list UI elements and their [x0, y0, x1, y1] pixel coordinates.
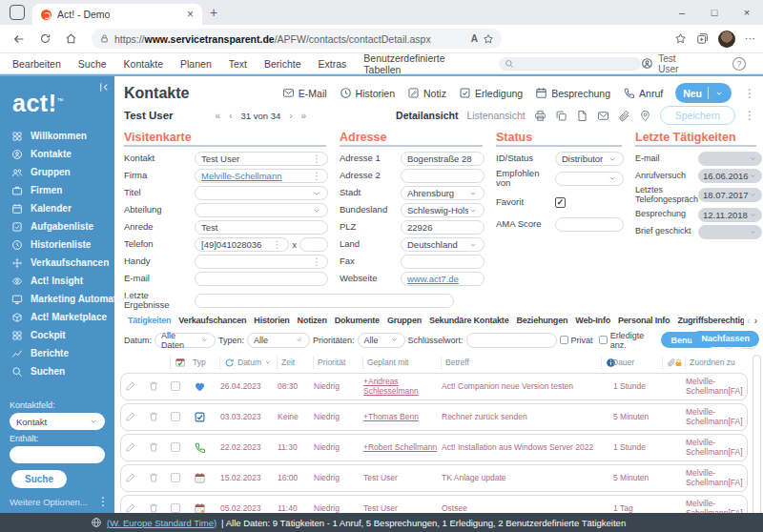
sidebar-search-button[interactable]: Suche [11, 470, 67, 488]
field-menu-icon[interactable]: ⋮ [312, 256, 321, 267]
menu-text[interactable]: Text [220, 58, 256, 70]
anrede-field[interactable] [195, 220, 328, 235]
kontakt-field[interactable]: ⋮ [195, 152, 328, 166]
firma-link[interactable]: Melville-Schellmann [201, 171, 281, 181]
contains-input[interactable] [16, 450, 98, 460]
empfohlen-von-select[interactable] [555, 172, 624, 186]
tab-historien[interactable]: Historien [250, 316, 293, 325]
header-overflow-icon[interactable]: ⋮ [744, 87, 755, 100]
col-geplant-mit[interactable]: Geplant mit [362, 357, 441, 369]
contains-field[interactable] [10, 446, 105, 463]
activity-row[interactable]: 22.02.2023 11:30 Niedrig +Robert Schellm… [120, 434, 748, 461]
new-tab-button[interactable]: + [210, 5, 217, 20]
help-icon[interactable]: ? [732, 57, 746, 71]
menu-extras[interactable]: Extras [310, 58, 356, 70]
activity-row[interactable]: 15.02.2023 16:00 Niedrig Test User TK An… [120, 464, 748, 492]
sidebar-item-gruppen[interactable]: Gruppen [0, 163, 114, 181]
sidebar-collapse-icon[interactable] [97, 80, 110, 93]
col-datum[interactable]: Datum [219, 357, 277, 369]
col-zuordnen-zu[interactable]: Zuordnen zu [685, 357, 744, 369]
webseite-field[interactable]: www.act7.de [401, 272, 485, 286]
typen-filter-select[interactable]: Alle [247, 333, 310, 348]
record-overflow-icon[interactable]: ⋮ [744, 109, 755, 122]
menu-suche[interactable]: Suche [70, 58, 115, 70]
privat-checkbox[interactable] [560, 336, 568, 344]
email-action-button[interactable]: E-Mail [282, 87, 327, 99]
map-pin-icon[interactable] [639, 110, 651, 122]
next-page-icon[interactable]: › [289, 111, 292, 121]
tab-beziehungen[interactable]: Beziehungen [512, 316, 571, 325]
notiz-action-button[interactable]: Notiz [407, 87, 446, 99]
telefon-field[interactable]: ⋮ [195, 237, 289, 252]
anruf-action-button[interactable]: Anruf [623, 87, 663, 99]
tabs-scroll-left-icon[interactable]: ‹ [747, 316, 750, 326]
paperclip-icon[interactable] [618, 110, 630, 122]
adresse1-field[interactable] [401, 152, 485, 166]
sidebar-item-kontakte[interactable]: Kontakte [0, 145, 114, 163]
idstatus-select[interactable]: Distributor [555, 152, 624, 166]
edit-pencil-icon[interactable] [125, 502, 148, 513]
land-select[interactable]: Deutschland [401, 237, 485, 252]
delete-trash-icon[interactable] [148, 441, 171, 453]
geplant-mit-link[interactable]: +Andreas Schlesselmann [363, 377, 442, 396]
prioritaeten-filter-select[interactable]: Alle [358, 333, 405, 348]
detail-view-toggle[interactable]: Detailansicht [396, 110, 458, 121]
minimize-button[interactable]: – [666, 7, 698, 18]
close-button[interactable]: × [731, 7, 763, 18]
menu-benutzerdefinierte-tabellen[interactable]: Benutzerdefinierte Tabellen [355, 52, 493, 75]
field-menu-icon[interactable]: ⋮ [312, 171, 321, 181]
reload-icon[interactable] [34, 32, 56, 45]
stadt-select[interactable]: Ahrensburg [401, 186, 485, 200]
sidebar-item-suchen[interactable]: Suchen [0, 362, 114, 380]
tab-web-info[interactable]: Web-Info [571, 316, 614, 325]
handy-field[interactable]: ⋮ [195, 255, 328, 269]
schluesselwort-field[interactable] [466, 333, 557, 348]
url-bar[interactable]: https://www.servicetransparent.de/APFW/c… [92, 29, 502, 49]
field-menu-icon[interactable]: ⋮ [273, 239, 282, 250]
col-dauer[interactable]: Dauer [612, 358, 662, 367]
tabs-scroll-right-icon[interactable]: › [754, 316, 757, 326]
row-checkbox[interactable] [171, 503, 180, 513]
favorit-checkbox[interactable]: ✓ [555, 197, 566, 208]
tab-workspaces-icon[interactable] [10, 5, 25, 20]
titel-select[interactable] [195, 186, 328, 200]
tab-dokumente[interactable]: Dokumente [331, 316, 383, 325]
row-checkbox[interactable] [171, 381, 180, 391]
maximize-button[interactable]: □ [698, 7, 731, 18]
print-icon[interactable] [534, 110, 546, 122]
schedule-check-icon[interactable] [170, 357, 193, 369]
menu-kontakte[interactable]: Kontakte [115, 58, 172, 70]
sidebar-item-verkaufschancen[interactable]: Verkaufschancen [0, 254, 114, 272]
activity-row[interactable]: 03.03.2023 Keine Niedrig +Thomas Benn Re… [120, 403, 748, 431]
sidebar-item-aufgabenliste[interactable]: Aufgabenliste [0, 217, 114, 235]
copy-icon[interactable] [555, 110, 567, 122]
activity-row[interactable]: 26.04.2023 08:30 Niedrig +Andreas Schles… [120, 373, 748, 400]
read-aloud-icon[interactable]: A [471, 33, 478, 44]
tab-personal-info[interactable]: Personal Info [614, 316, 673, 325]
prev-page-icon[interactable]: ‹ [229, 111, 232, 121]
sidebar-item-berichte[interactable]: Berichte [0, 344, 114, 362]
row-checkbox[interactable] [171, 473, 180, 482]
neu-button[interactable]: Neu [675, 83, 732, 103]
bundesland-select[interactable]: Schleswig-Holstein, Deut [401, 203, 485, 217]
tab-zugriffsberechtigungen[interactable]: Zugriffsberechtigungen (Kontakt) [673, 316, 744, 325]
sidebar-item-marketing-automation[interactable]: Marketing Automation [0, 290, 114, 308]
historien-action-button[interactable]: Historien [340, 87, 395, 99]
delete-trash-icon[interactable] [148, 380, 171, 392]
nachfassen-button[interactable]: Nachfassen [691, 331, 759, 347]
activity-row[interactable]: 05.02.2023 11:40 Niedrig Test User Ostse… [120, 495, 748, 513]
edit-pencil-icon[interactable] [125, 380, 148, 392]
edit-pencil-icon[interactable] [125, 472, 148, 483]
col-prioritaet[interactable]: Priorität [313, 357, 362, 369]
menu-bearbeiten[interactable]: Bearbeiten [4, 58, 70, 70]
col-typ[interactable]: Typ [193, 358, 219, 367]
plz-field[interactable] [401, 220, 485, 235]
webseite-link[interactable]: www.act7.de [407, 274, 459, 284]
datum-filter-select[interactable]: Alle Daten [155, 333, 216, 348]
refresh-icon[interactable] [224, 358, 235, 368]
collections-icon[interactable] [696, 32, 709, 45]
erledigung-action-button[interactable]: Erledigung [459, 87, 523, 99]
more-options-menu-icon[interactable]: ⋮ [97, 495, 109, 508]
col-zeit[interactable]: Zeit [277, 357, 313, 369]
first-page-icon[interactable]: « [216, 111, 221, 121]
